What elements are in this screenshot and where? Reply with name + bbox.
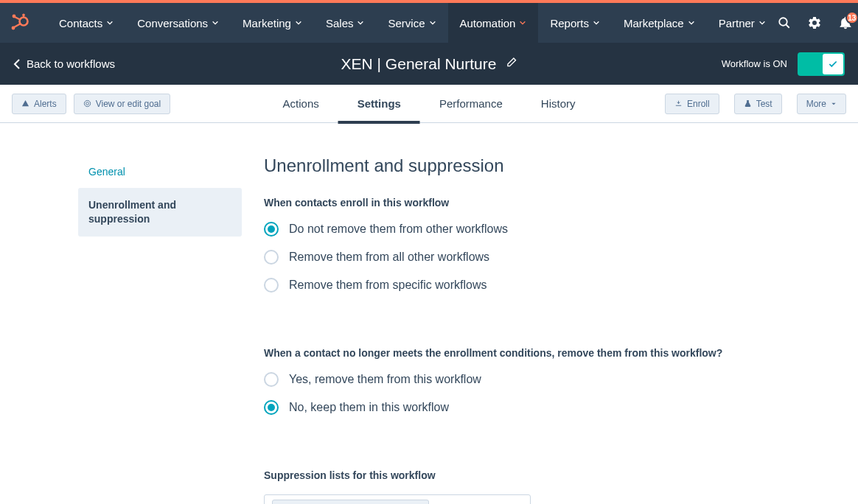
nav-item-label: Partner — [719, 17, 755, 29]
tab-settings[interactable]: Settings — [338, 85, 420, 123]
nav-item-label: Sales — [326, 17, 354, 29]
content-area: General Unenrollment and suppression Une… — [0, 123, 858, 504]
settings-sidebar: General Unenrollment and suppression — [0, 155, 240, 504]
nav-item-marketing[interactable]: Marketing — [231, 3, 314, 43]
chevron-down-icon — [295, 19, 302, 27]
radio-label: Remove them from all other workflows — [289, 251, 489, 264]
svg-point-7 — [779, 18, 787, 26]
nav-item-reports[interactable]: Reports — [538, 3, 612, 43]
nav-item-contacts[interactable]: Contacts — [47, 3, 125, 43]
nav-item-label: Contacts — [59, 17, 102, 29]
alerts-label: Alerts — [34, 99, 57, 109]
unenroll-behavior-option-1[interactable]: No, keep them in this workflow — [264, 400, 814, 415]
test-label: Test — [756, 99, 772, 109]
chevron-down-icon — [688, 19, 695, 27]
radio-icon — [264, 250, 279, 265]
radio-icon — [264, 222, 279, 237]
radio-label: Remove them from specific workflows — [289, 279, 487, 292]
nav-item-sales[interactable]: Sales — [314, 3, 377, 43]
workflow-title: XEN | General Nurture — [341, 55, 497, 73]
nav-item-label: Marketplace — [624, 17, 684, 29]
radio-icon — [264, 400, 279, 415]
view-edit-goal-button[interactable]: View or edit goal — [74, 94, 171, 114]
radio-icon — [264, 278, 279, 293]
toggle-handle — [823, 54, 843, 74]
tab-performance[interactable]: Performance — [420, 85, 522, 123]
svg-point-10 — [86, 102, 88, 105]
nav-item-label: Conversations — [137, 17, 208, 29]
alerts-button[interactable]: Alerts — [12, 94, 66, 114]
nav-item-label: Reports — [550, 17, 589, 29]
nav-item-automation[interactable]: Automation — [448, 3, 539, 43]
main-nav: ContactsConversationsMarketingSalesServi… — [0, 3, 858, 43]
radio-label: Do not remove them from other workflows — [289, 223, 508, 236]
action-bar: Alerts View or edit goal ActionsSettings… — [0, 85, 858, 123]
svg-line-5 — [14, 24, 21, 27]
svg-line-8 — [786, 24, 789, 28]
edit-title-pencil-icon[interactable] — [505, 57, 517, 71]
settings-gear-icon[interactable] — [807, 15, 822, 30]
svg-point-9 — [84, 100, 90, 106]
nav-item-conversations[interactable]: Conversations — [125, 3, 231, 43]
workflow-status-text: Workflow is ON — [722, 58, 787, 69]
notifications-bell-icon[interactable]: 13 — [838, 15, 853, 30]
hubspot-logo-icon[interactable] — [10, 13, 29, 32]
suppression-lists-label: Suppression lists for this workflow — [264, 469, 814, 481]
enroll-behavior-option-1[interactable]: Remove them from all other workflows — [264, 250, 814, 265]
chevron-down-icon — [357, 19, 364, 27]
test-button[interactable]: Test — [734, 94, 782, 114]
sidebar-item-unenrollment[interactable]: Unenrollment and suppression — [78, 188, 242, 237]
chevron-down-icon — [593, 19, 600, 27]
nav-item-partner[interactable]: Partner — [707, 3, 778, 43]
more-label: More — [806, 99, 826, 109]
tab-history[interactable]: History — [522, 85, 595, 123]
workflow-on-toggle[interactable] — [798, 52, 845, 76]
nav-item-label: Automation — [460, 17, 516, 29]
chevron-down-icon — [106, 19, 114, 27]
radio-label: Yes, remove them from this workflow — [289, 373, 481, 386]
goal-label: View or edit goal — [96, 99, 161, 109]
enroll-label: Enroll — [687, 99, 710, 109]
radio-label: No, keep them in this workflow — [289, 401, 449, 414]
page-heading: Unenrollment and suppression — [264, 155, 814, 176]
workflow-header: Back to workflows XEN | General Nurture … — [0, 43, 858, 85]
enroll-button[interactable]: Enroll — [665, 94, 719, 114]
enroll-behavior-option-2[interactable]: Remove them from specific workflows — [264, 278, 814, 293]
nav-items: ContactsConversationsMarketingSalesServi… — [47, 3, 778, 43]
notification-badge: 13 — [845, 11, 858, 24]
suppression-list-select[interactable]: XEN | Global Suppression List — [264, 494, 531, 504]
chevron-down-icon — [429, 19, 436, 27]
unenroll-question-label: When a contact no longer meets the enrol… — [264, 347, 814, 359]
back-label: Back to workflows — [27, 57, 115, 70]
workflow-tabs: ActionsSettingsPerformanceHistory — [264, 85, 595, 123]
nav-item-label: Service — [388, 17, 425, 29]
radio-icon — [264, 372, 279, 387]
tab-actions[interactable]: Actions — [264, 85, 338, 123]
more-button[interactable]: More — [797, 94, 846, 114]
settings-main: Unenrollment and suppression When contac… — [240, 155, 858, 504]
nav-item-marketplace[interactable]: Marketplace — [612, 3, 707, 43]
chevron-down-icon — [519, 19, 526, 27]
chevron-down-icon — [212, 19, 219, 27]
nav-item-label: Marketing — [243, 17, 291, 29]
enroll-behavior-option-0[interactable]: Do not remove them from other workflows — [264, 222, 814, 237]
back-to-workflows-link[interactable]: Back to workflows — [13, 57, 115, 70]
sidebar-item-general[interactable]: General — [78, 155, 240, 188]
search-icon[interactable] — [778, 16, 791, 29]
nav-item-service[interactable]: Service — [376, 3, 447, 43]
suppression-list-chip: XEN | Global Suppression List — [272, 500, 429, 504]
chevron-down-icon — [758, 19, 766, 27]
enroll-question-label: When contacts enroll in this workflow — [264, 197, 814, 209]
unenroll-behavior-option-0[interactable]: Yes, remove them from this workflow — [264, 372, 814, 387]
